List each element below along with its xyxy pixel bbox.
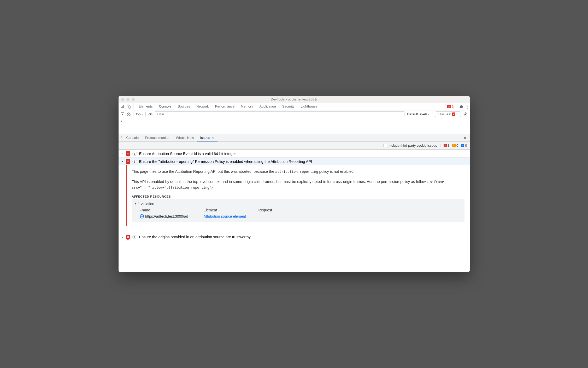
filter-input[interactable] [155, 111, 405, 117]
info-count[interactable]: ≡0 [461, 144, 467, 147]
svg-point-10 [121, 136, 121, 137]
main-tab-strip: Elements Console Sources Network Perform… [119, 103, 470, 110]
issue-title: Ensure the origins provided in an attrib… [139, 235, 251, 239]
issues-list: ✕ 1 Ensure Attribution Source Event Id i… [119, 150, 470, 272]
live-expression-icon[interactable] [148, 113, 152, 116]
drawer-tab-whatsnew[interactable]: What's New [173, 134, 197, 141]
tab-memory[interactable]: Memory [238, 103, 256, 110]
error-icon: ✕ [452, 112, 455, 116]
tab-elements[interactable]: Elements [136, 103, 156, 110]
expand-icon[interactable] [121, 236, 124, 239]
drawer-tab-issues[interactable]: Issues ✕ [197, 134, 218, 141]
breaking-issue-icon: ✕ [126, 235, 130, 239]
close-drawer-icon[interactable]: ✕ [462, 135, 468, 140]
device-icon[interactable] [127, 105, 131, 109]
svg-point-9 [150, 114, 151, 115]
error-icon: ✕ [447, 105, 451, 108]
more-icon[interactable] [467, 105, 468, 109]
context-selector[interactable]: top [136, 112, 143, 116]
svg-rect-2 [129, 106, 130, 108]
issues-pill[interactable]: 3 Issues: ✕ 3 [435, 111, 461, 117]
collapse-icon[interactable] [121, 160, 124, 163]
issue-title: Ensure Attribution Source Event Id is a … [139, 152, 236, 156]
issue-count-pill: 1 [132, 160, 137, 163]
frame-icon: </> [140, 214, 144, 218]
settings-icon[interactable] [459, 105, 463, 109]
issue-title: Ensure the "attribution-reporting" Permi… [139, 159, 312, 164]
svg-point-11 [121, 138, 121, 138]
console-prompt[interactable]: › [119, 118, 470, 134]
col-request: Request [258, 208, 461, 212]
svg-point-3 [467, 105, 467, 105]
frame-cell[interactable]: </> https://adtech.test:3000/ad [140, 214, 204, 218]
violation-toggle[interactable]: ▾ 1 violation [135, 202, 461, 206]
issue-row[interactable]: ✕ 1 Ensure the origins provided in an at… [119, 233, 470, 241]
tab-lighthouse[interactable]: Lighthouse [298, 103, 321, 110]
drawer-more-icon[interactable] [121, 136, 123, 140]
window-title: DevTools - publisher.test:8081/ [271, 97, 317, 101]
improvement-count[interactable]: !0 [452, 144, 458, 147]
col-frame: Frame [140, 208, 204, 212]
clear-console-icon[interactable] [127, 112, 131, 116]
titlebar: DevTools - publisher.test:8081/ [119, 96, 470, 103]
element-link[interactable]: Attribution source element [204, 214, 246, 218]
drawer-tab-strip: Console Protocol monitor What's New Issu… [119, 134, 470, 142]
tab-sources[interactable]: Sources [174, 103, 193, 110]
issues-filter-bar: Include third-party cookie issues ✕3 !0 … [119, 142, 470, 150]
svg-point-12 [121, 139, 121, 140]
issue-counts: ✕3 !0 ≡0 [440, 144, 467, 147]
third-party-checkbox[interactable]: Include third-party cookie issues [384, 144, 437, 147]
issue-row[interactable]: ✕ 1 Ensure Attribution Source Event Id i… [119, 150, 470, 157]
svg-point-4 [467, 106, 467, 107]
issue-body: This page tries to use the Attribution R… [126, 165, 470, 225]
collapse-icon: ▾ [135, 202, 136, 205]
tab-performance[interactable]: Performance [212, 103, 238, 110]
expand-icon[interactable] [121, 152, 124, 155]
drawer-tab-console[interactable]: Console [123, 134, 142, 141]
tab-application[interactable]: Application [256, 103, 279, 110]
breaking-issue-icon: ✕ [126, 151, 130, 156]
issue-row[interactable]: ✕ 1 Ensure the "attribution-reporting" P… [119, 157, 470, 165]
tab-console[interactable]: Console [156, 103, 175, 110]
svg-point-5 [467, 108, 467, 109]
console-settings-icon[interactable] [463, 112, 468, 116]
tab-network[interactable]: Network [193, 103, 212, 110]
breaking-issue-icon: ✕ [126, 159, 130, 164]
inspect-icon[interactable] [121, 105, 125, 109]
console-run-icon[interactable] [121, 112, 124, 116]
console-toolbar: top Default levels 3 Issues: ✕ 3 [119, 110, 470, 118]
issue-count-pill: 1 [132, 235, 137, 239]
top-error-badge[interactable]: ✕ 3 [445, 104, 456, 109]
devtools-window: DevTools - publisher.test:8081/ Elements… [119, 96, 470, 272]
svg-line-8 [128, 113, 130, 115]
traffic-lights [121, 98, 135, 101]
breaking-count[interactable]: ✕3 [444, 144, 450, 147]
drawer-tab-protocol[interactable]: Protocol monitor [142, 134, 173, 141]
col-element: Element [204, 208, 258, 212]
close-dot[interactable] [121, 98, 124, 101]
max-dot[interactable] [132, 98, 135, 101]
tab-security[interactable]: Security [279, 103, 298, 110]
log-levels-selector[interactable]: Default levels [407, 112, 430, 116]
affected-resources-heading: AFFECTED RESOURCES [132, 195, 464, 198]
affected-resources-box: ▾ 1 violation Frame Element Request </> … [132, 199, 464, 222]
close-tab-icon[interactable]: ✕ [211, 136, 214, 140]
min-dot[interactable] [126, 98, 130, 101]
issue-count-pill: 1 [132, 152, 137, 156]
